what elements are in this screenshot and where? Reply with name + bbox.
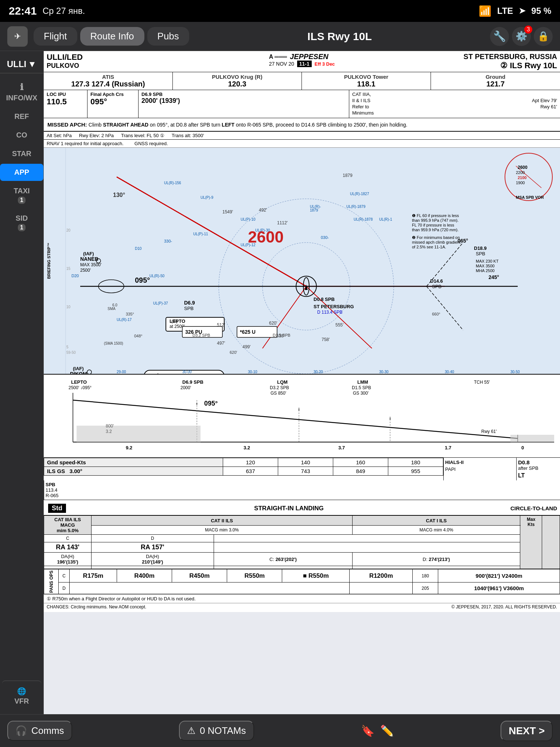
sidebar-item-sid[interactable]: SID 1 [0, 210, 43, 236]
arrow-logo: A ═══ [269, 54, 287, 60]
svg-text:❷ For minimums based on: ❷ For minimums based on [412, 235, 460, 240]
tab-pubs[interactable]: Pubs [147, 27, 189, 46]
svg-text:30-00: 30-00 [182, 370, 192, 374]
circle-to-land-label: CIRCLE-TO-LAND [510, 505, 557, 511]
svg-text:330-: 330- [164, 239, 172, 243]
svg-text:UL(P)-9: UL(P)-9 [201, 196, 213, 200]
tab-flight[interactable]: Flight [34, 27, 77, 46]
sidebar-item-star[interactable]: STAR [0, 145, 43, 162]
minimums-section: Std STRAIGHT-IN LANDING CIRCLE-TO-LAND C… [44, 500, 560, 612]
svg-text:245°: 245° [489, 274, 499, 280]
lock-button[interactable]: 🔒 [534, 27, 553, 46]
svg-text:1879: 1879 [310, 208, 318, 212]
next-button[interactable]: NEXT > [501, 721, 553, 741]
svg-text:30-50: 30-50 [510, 370, 520, 374]
tools-button[interactable]: 🔧 [490, 27, 509, 46]
notams-label: 0 NOTAMs [200, 725, 246, 736]
svg-text:1549': 1549' [222, 209, 233, 214]
svg-text:BRIEFING STRIP™: BRIEFING STRIP™ [47, 243, 51, 279]
headphones-icon: 🎧 [15, 725, 27, 736]
svg-text:800': 800' [106, 423, 114, 429]
info-wx-label: INFO/WX [6, 94, 38, 102]
svg-text:UL(P)-37: UL(P)-37 [153, 301, 168, 305]
comms-label: Comms [31, 725, 64, 736]
cat1-da-c: C: 263'(202') [214, 553, 353, 566]
main-content[interactable]: ULLI/LED PULKOVO A ═══ JEPPESEN 27 NOV 2… [44, 51, 560, 714]
svg-text:LQM: LQM [277, 379, 288, 385]
pans-ops-c: R175m [70, 569, 117, 582]
sidebar-item-ref[interactable]: REF [0, 108, 43, 125]
svg-text:29-00: 29-00 [117, 370, 126, 374]
svg-text:D6.9 SPB: D6.9 SPB [182, 379, 203, 385]
chart-diagram[interactable]: BRIEFING STRIP™ 2600 2200 2100 1900 MSA … [44, 148, 560, 374]
app-label: APP [14, 168, 29, 177]
svg-rect-160 [77, 426, 201, 442]
cat-d-label: D [59, 582, 70, 594]
svg-text:59-50: 59-50 [66, 351, 76, 355]
svg-text:D10: D10 [135, 247, 142, 251]
sidebar-item-app[interactable]: APP [0, 164, 43, 181]
svg-text:UL(P)-12: UL(P)-12 [241, 243, 256, 247]
ref-label: REF [15, 112, 29, 121]
pans-ops-cat1: R550m [227, 569, 282, 582]
svg-text:TCH 55': TCH 55' [474, 380, 490, 385]
svg-text:LMM: LMM [357, 379, 368, 385]
city-block: ST PETERSBURG, RUSSIA ② ILS Rwy 10L [335, 53, 557, 70]
bookmark-icon[interactable]: 🔖 [361, 724, 374, 737]
app-logo[interactable]: ✈ [7, 26, 28, 47]
city-name: ST PETERSBURG, RUSSIA [335, 53, 557, 61]
bottom-bar: 🎧 Comms ⚠ 0 NOTAMs 🔖 ✏️ NEXT > [0, 714, 560, 747]
svg-text:1900: 1900 [516, 181, 525, 185]
lte-label: LTE [497, 6, 513, 16]
svg-text:030-: 030- [321, 235, 329, 240]
notams-button[interactable]: ⚠ 0 NOTAMs [179, 721, 254, 741]
sidebar-item-info-wx[interactable]: ℹ INFO/WX [0, 78, 43, 107]
alt-info-row: Alt Set: hPa Rwy Elev: 2 hPa Trans level… [44, 132, 560, 140]
svg-text:095°: 095° [204, 400, 218, 407]
svg-text:UL(R)-1: UL(R)-1 [379, 217, 392, 221]
mda-column [542, 516, 560, 569]
airport-block: ULLI/LED PULKOVO [47, 53, 269, 70]
chart-container[interactable]: ULLI/LED PULKOVO A ═══ JEPPESEN 27 NOV 2… [44, 51, 560, 714]
sidebar-item-co[interactable]: CO [0, 127, 43, 144]
nav-bar: ✈ Flight Route Info Pubs ILS Rwy 10L 🔧 ⚙… [0, 22, 560, 51]
svg-text:2100: 2100 [518, 175, 526, 180]
svg-text:2000': 2000' [180, 385, 191, 390]
edit-icon[interactable]: ✏️ [380, 724, 394, 737]
hials-cell: HIALS-II PAPI [443, 458, 516, 480]
pans-ops-label: PANS OPS [44, 569, 59, 594]
changes-text: CHANGES: Circling minimums. New AOM conc… [47, 604, 146, 609]
cat2-ra-c: RA 143' [44, 542, 92, 553]
sidebar-item-vfr[interactable]: 🌐 VFR [2, 681, 41, 710]
svg-text:555': 555' [335, 322, 343, 328]
max-kts-header: MaxKts [520, 516, 542, 569]
cat2-ra-d: RA 157' [92, 542, 214, 553]
day: Ср 27 янв. [43, 6, 85, 16]
jeppesen-logo: JEPPESEN [290, 53, 328, 61]
ground-cell: Ground 121.7 [431, 72, 560, 90]
spb-info-cell: SPB 113.4 R-065 [44, 480, 443, 500]
svg-text:SMA: SMA [108, 307, 116, 311]
settings-button[interactable]: ⚙️ 3 [512, 27, 531, 46]
svg-text:30-10: 30-10 [248, 370, 257, 374]
airport-selector[interactable]: ULLI ▼ [0, 55, 43, 73]
svg-text:LEPTO: LEPTO [71, 379, 87, 385]
sidebar-item-taxi[interactable]: TAXI 1 [0, 182, 43, 208]
svg-text:ST PETERSBURG: ST PETERSBURG [314, 304, 354, 309]
airport-code: ULLI [7, 59, 26, 69]
missed-approach: MISSED APCH: Climb STRAIGHT AHEAD on 095… [44, 118, 560, 132]
rnav-row: RNAV 1 required for initial approach. GN… [44, 140, 560, 148]
tab-route-info[interactable]: Route Info [80, 27, 144, 46]
mda-180: 900'(821') V2400m [438, 569, 560, 582]
taxi-badge: 1 [18, 197, 26, 204]
time: 22:41 [9, 5, 37, 17]
status-right: 📶 LTE ➤ 95 % [479, 5, 551, 17]
svg-text:2500': 2500' [80, 268, 91, 273]
tower-cell: PULKOVO Tower 118.1 [302, 72, 431, 90]
pans-ops-cat1b: ■ R550m [282, 569, 350, 582]
svg-text:than 995.9 hPa (747 mm).: than 995.9 hPa (747 mm). [412, 218, 459, 222]
svg-rect-161 [510, 435, 554, 442]
svg-text:1.7: 1.7 [445, 445, 451, 450]
cat2-c-label: C [44, 535, 92, 542]
comms-button[interactable]: 🎧 Comms [7, 721, 72, 741]
